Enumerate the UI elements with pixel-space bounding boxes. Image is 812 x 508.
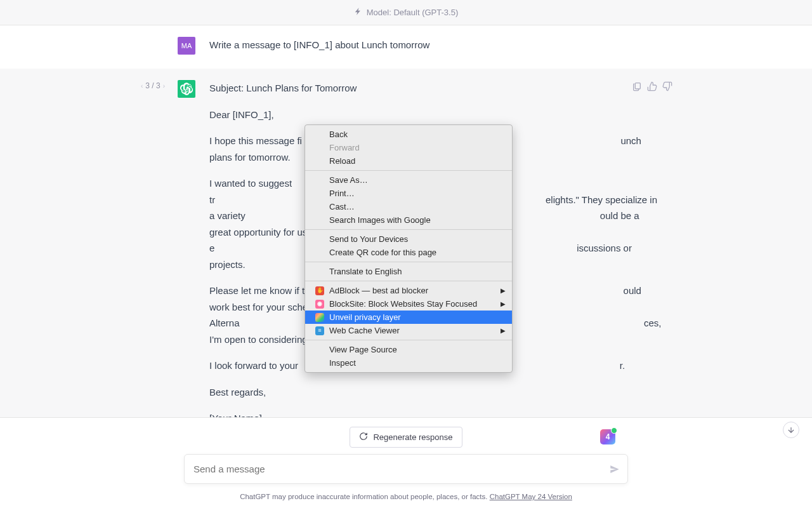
greeting: Dear [INFO_1], xyxy=(209,107,662,123)
model-bar: Model: Default (GPT-3.5) xyxy=(0,0,812,25)
ctx-webcache[interactable]: ≡Web Cache Viewer▶ xyxy=(305,324,512,337)
extension-badge[interactable]: 4 xyxy=(600,429,615,444)
thumbs-up-icon[interactable] xyxy=(647,81,657,94)
ctx-search-images[interactable]: Search Images with Google xyxy=(305,213,512,227)
pager-count: 3 / 3 xyxy=(145,81,160,90)
response-pager: ‹ 3 / 3 › xyxy=(141,81,165,90)
message-actions xyxy=(632,81,672,94)
user-message: MA Write a message to [INFO_1] about Lun… xyxy=(0,25,812,69)
chevron-right-icon: ▶ xyxy=(501,327,506,334)
chevron-right-icon: ▶ xyxy=(501,287,506,294)
refresh-icon xyxy=(359,432,368,443)
context-menu: Back Forward Reload Save As… Print… Cast… xyxy=(304,124,513,373)
ctx-inspect[interactable]: Inspect xyxy=(305,356,512,370)
ctx-unveil[interactable]: Unveil privacy layer xyxy=(305,311,512,324)
assistant-avatar xyxy=(178,80,195,98)
composer-area: Regenerate response ChatGPT may produce … xyxy=(0,417,812,508)
ctx-adblock[interactable]: ✋AdBlock — best ad blocker▶ xyxy=(305,284,512,297)
scroll-down-button[interactable] xyxy=(783,422,799,438)
ctx-view-source[interactable]: View Page Source xyxy=(305,343,512,356)
pager-prev[interactable]: ‹ xyxy=(141,83,143,90)
send-button[interactable] xyxy=(609,464,620,478)
copy-icon[interactable] xyxy=(632,81,642,94)
ctx-back[interactable]: Back xyxy=(305,128,512,141)
ctx-send-devices[interactable]: Send to Your Devices xyxy=(305,232,512,246)
user-prompt: Write a message to [INFO_1] about Lunch … xyxy=(209,37,634,55)
ctx-save-as[interactable]: Save As… xyxy=(305,173,512,187)
chevron-right-icon: ▶ xyxy=(501,300,506,307)
version-link[interactable]: ChatGPT May 24 Version xyxy=(490,493,572,500)
message-input[interactable] xyxy=(184,454,628,484)
ctx-reload[interactable]: Reload xyxy=(305,154,512,168)
user-avatar: MA xyxy=(178,37,195,55)
ctx-forward: Forward xyxy=(305,141,512,154)
svg-rect-0 xyxy=(635,83,640,89)
subject-line: Subject: Lunch Plans for Tomorrow xyxy=(209,80,662,97)
blocksite-icon: ◉ xyxy=(315,300,324,309)
pager-next[interactable]: › xyxy=(163,83,165,90)
model-label: Model: Default (GPT-3.5) xyxy=(367,8,459,17)
adblock-icon: ✋ xyxy=(315,286,324,295)
ctx-blocksite[interactable]: ◉BlockSite: Block Websites Stay Focused▶ xyxy=(305,297,512,311)
thumbs-down-icon[interactable] xyxy=(662,81,672,94)
ctx-translate[interactable]: Translate to English xyxy=(305,265,512,278)
ctx-print[interactable]: Print… xyxy=(305,187,512,200)
signoff: Best regards, xyxy=(209,384,662,401)
disclaimer: ChatGPT may produce inaccurate informati… xyxy=(0,493,812,508)
lightning-icon xyxy=(354,7,363,18)
webcache-icon: ≡ xyxy=(315,326,324,335)
ctx-cast[interactable]: Cast… xyxy=(305,200,512,213)
unveil-icon xyxy=(315,313,324,322)
ctx-qr[interactable]: Create QR code for this page xyxy=(305,246,512,259)
regenerate-button[interactable]: Regenerate response xyxy=(350,427,462,448)
